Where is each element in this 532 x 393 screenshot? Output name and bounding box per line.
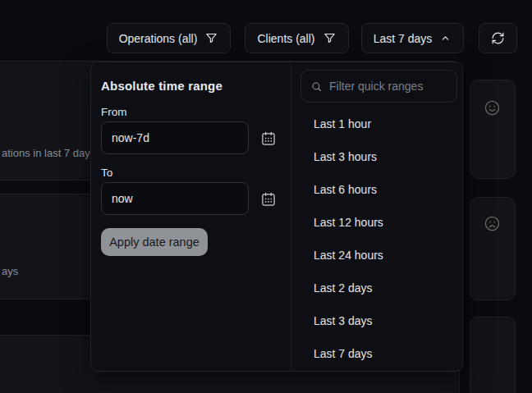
filter-funnel-icon [323, 31, 337, 45]
smiley-face-icon [483, 98, 502, 117]
from-calendar-icon[interactable] [259, 129, 278, 149]
quick-range-option[interactable]: Last 3 hours [291, 140, 463, 173]
clients-filter-label: Clients (all) [257, 32, 314, 45]
quick-range-option[interactable]: Last 3 days [291, 304, 463, 337]
api-monitoring-screen: ations in last 7 days ays Operations (al… [0, 0, 532, 393]
time-range-button[interactable]: Last 7 days [361, 23, 464, 53]
operations-filter-button[interactable]: Operations (all) [107, 23, 231, 53]
clients-filter-button[interactable]: Clients (all) [245, 23, 349, 53]
absolute-time-range-title: Absolute time range [101, 79, 222, 93]
background-subtitle-fragment-2: ays [2, 265, 18, 277]
quick-range-option[interactable]: Last 24 hours [291, 239, 463, 272]
quick-range-option[interactable]: Last 12 hours [291, 206, 463, 239]
filter-funnel-icon [204, 31, 218, 45]
quick-range-option[interactable]: Last 7 days [291, 337, 463, 370]
from-label: From [101, 106, 127, 118]
frown-face-icon [483, 214, 502, 233]
quick-range-option[interactable]: Last 6 hours [291, 173, 463, 206]
search-icon [310, 80, 323, 93]
time-range-label: Last 7 days [374, 32, 433, 45]
time-range-popover: Absolute time range From To [90, 62, 463, 372]
to-label: To [101, 167, 112, 179]
quick-range-option[interactable]: Last 2 days [291, 272, 463, 304]
background-card-row2-right [470, 197, 516, 300]
to-calendar-icon[interactable] [259, 190, 278, 209]
operations-filter-label: Operations (all) [119, 32, 198, 45]
filter-quick-ranges-input[interactable] [329, 80, 447, 93]
apply-date-range-button[interactable]: Apply date range [101, 228, 208, 256]
to-input[interactable] [101, 182, 249, 215]
background-card-row1-right [470, 80, 516, 179]
quick-range-option[interactable]: Last 1 hour [291, 107, 463, 140]
background-card-row3-right [470, 317, 516, 393]
background-subtitle-fragment: ations in last 7 days [2, 147, 95, 159]
refresh-icon [491, 31, 505, 45]
from-input[interactable] [101, 121, 249, 154]
quick-ranges-search[interactable] [300, 70, 457, 103]
refresh-button[interactable] [479, 23, 517, 53]
chevron-up-icon [439, 32, 452, 44]
